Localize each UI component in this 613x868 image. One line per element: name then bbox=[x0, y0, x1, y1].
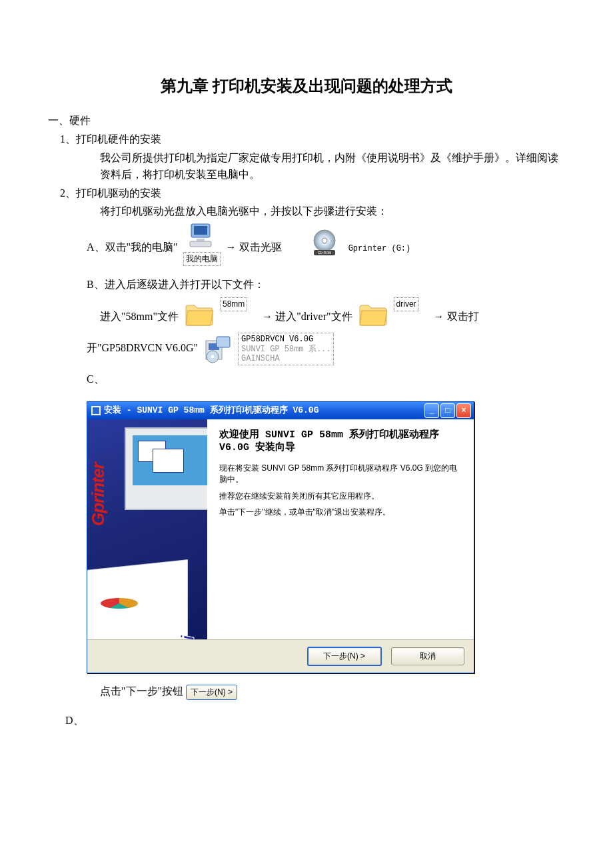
my-computer-icon: 我的电脑 bbox=[183, 223, 221, 267]
exe-line3: GAINSCHA bbox=[241, 354, 280, 363]
step-a-post: 双击光驱 bbox=[239, 241, 282, 253]
next-button[interactable]: 下一步(N) > bbox=[307, 647, 382, 666]
click-next-text: 点击"下一步"按钮 bbox=[100, 685, 183, 697]
svg-rect-1 bbox=[194, 226, 207, 235]
wizard-p1: 现在将安装 SUNVI GP 58mm 系列打印机驱动程序 V6.0G 到您的电… bbox=[219, 463, 462, 485]
step-c: C、 bbox=[87, 371, 566, 388]
step-b: B、进入后逐级进入并打开以下文件： bbox=[87, 276, 566, 293]
wizard-heading: 欢迎使用 SUNVI GP 58mm 系列打印机驱动程序 V6.0G 安装向导 bbox=[219, 429, 462, 455]
flow-enter-58: 进入"58mm"文件 bbox=[100, 311, 179, 322]
post-installer-line: 点击"下一步"按钮 下一步(N) > bbox=[100, 683, 566, 700]
svg-rect-2 bbox=[197, 239, 205, 241]
titlebar-text: 安装 - SUNVI GP 58mm 系列打印机驱动程序 V6.0G bbox=[104, 404, 423, 418]
arrow-icon: → bbox=[262, 311, 273, 322]
cdrom-caption: Gprinter (G:) bbox=[348, 243, 411, 255]
folder-flow: 进入"58mm"文件 58mm → 进入"driver"文件 driver → … bbox=[100, 305, 566, 330]
next-button-inline: 下一步(N) > bbox=[186, 685, 237, 700]
my-computer-label: 我的电脑 bbox=[183, 252, 221, 266]
installer-exe-meta: GP58DRVCN V6.0G SUNVI GP 58mm 系... GAINS… bbox=[238, 333, 334, 365]
svg-text:CD-ROM: CD-ROM bbox=[317, 251, 331, 255]
svg-rect-3 bbox=[190, 241, 211, 247]
svg-rect-10 bbox=[217, 337, 230, 347]
svg-rect-14 bbox=[93, 407, 99, 414]
folder-58mm-icon bbox=[184, 302, 215, 327]
svg-point-12 bbox=[211, 355, 215, 358]
wizard-p3: 单击"下一步"继续，或单击"取消"退出安装程序。 bbox=[219, 507, 462, 518]
cdrom-icon: CD-ROM bbox=[310, 227, 339, 257]
maximize-button[interactable]: □ bbox=[440, 403, 455, 418]
arrow-icon: → bbox=[434, 311, 444, 322]
section-hw-install: 1、打印机硬件的安装 bbox=[60, 131, 566, 148]
section-hardware: 一、硬件 bbox=[48, 112, 566, 129]
folder-driver-icon bbox=[358, 302, 388, 327]
exe-line2: SUNVI GP 58mm 系... bbox=[241, 345, 330, 354]
folder-58mm-label: 58mm bbox=[220, 297, 247, 311]
minimize-button[interactable]: _ bbox=[424, 403, 439, 418]
step-d: D、 bbox=[65, 712, 566, 729]
installer-window: 安装 - SUNVI GP 58mm 系列打印机驱动程序 V6.0G _ □ ×… bbox=[87, 401, 474, 673]
wizard-content-panel: 欢迎使用 SUNVI GP 58mm 系列打印机驱动程序 V6.0G 安装向导 … bbox=[207, 419, 474, 639]
step-open-exe: 开"GP58DRVCN V6.0G" GP58DRVCN V6.0G SUNVI… bbox=[87, 333, 566, 365]
hw-install-body: 我公司所提供打印机为指定厂家定做专用打印机，内附《使用说明书》及《维护手册》。详… bbox=[100, 149, 566, 183]
step-a: A、双击"我的电脑" 我的电脑 → 双击光驱 CD-ROM Gprinter (… bbox=[87, 227, 566, 271]
flow-open: 开"GP58DRVCN V6.0G" bbox=[87, 342, 198, 353]
exe-line1: GP58DRVCN V6.0G bbox=[241, 335, 313, 344]
step-a-prefix: A、双击"我的电脑" bbox=[87, 241, 181, 253]
titlebar-app-icon bbox=[91, 406, 101, 415]
flow-dblclick: 双击打 bbox=[447, 311, 479, 322]
folder-driver-label: driver bbox=[394, 297, 419, 311]
chapter-title: 第九章 打印机安装及出现问题的处理方式 bbox=[47, 73, 566, 99]
flow-enter-driver: 进入"driver"文件 bbox=[275, 311, 352, 322]
arrow-icon: → bbox=[226, 241, 237, 253]
driver-install-body: 将打印机驱动光盘放入电脑光驱中，并按以下步骤进行安装： bbox=[100, 203, 566, 220]
wizard-graphic-panel: Gprinter sunvi bbox=[87, 419, 207, 639]
section-driver-install: 2、打印机驱动的安装 bbox=[60, 185, 566, 202]
svg-point-5 bbox=[322, 238, 327, 243]
close-button[interactable]: × bbox=[456, 403, 471, 418]
wizard-p2: 推荐您在继续安装前关闭所有其它应用程序。 bbox=[219, 491, 462, 502]
cancel-button[interactable]: 取消 bbox=[391, 647, 464, 665]
installer-exe-icon bbox=[203, 335, 233, 363]
wizard-button-bar: 下一步(N) > 取消 bbox=[87, 639, 474, 673]
titlebar: 安装 - SUNVI GP 58mm 系列打印机驱动程序 V6.0G _ □ × bbox=[87, 402, 474, 419]
wizard-gprinter-text: Gprinter bbox=[87, 463, 113, 526]
wizard-sunvi-text: sunvi bbox=[173, 635, 203, 639]
